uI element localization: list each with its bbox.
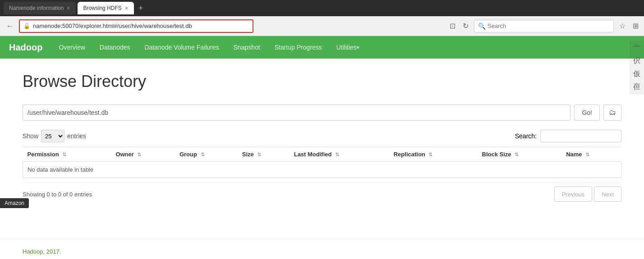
- sort-icon-block-size: ⇅: [515, 152, 519, 157]
- folder-icon: 🗂: [609, 109, 616, 117]
- nav-link-datanode-volume-failures[interactable]: Datanode Volume Failures: [138, 36, 226, 59]
- col-block-size[interactable]: Block Size ⇅: [478, 147, 562, 162]
- sort-icon-permission: ⇅: [62, 152, 66, 157]
- browser-addressbar: ← 🔓 ⊡ ↻ 🔍 ☆ ⊞: [0, 16, 644, 36]
- tab-namenode-information[interactable]: Namenode information ✕: [4, 2, 76, 14]
- next-button[interactable]: Next: [594, 186, 621, 202]
- col-replication[interactable]: Replication ⇅: [389, 147, 478, 162]
- table-controls: Show 10 25 50 100 entries Search:: [23, 130, 621, 142]
- sidebar-char-2[interactable]: 伬: [631, 55, 642, 67]
- footer-text: Hadoop, 2017.: [23, 248, 61, 255]
- col-group[interactable]: Group ⇅: [175, 147, 238, 162]
- browser-titlebar: Namenode information ✕ Browsing HDFS ✕ +: [0, 0, 644, 16]
- col-size[interactable]: Size ⇅: [238, 147, 290, 162]
- reload-button[interactable]: ↻: [461, 20, 470, 32]
- no-data-message: No data available in table: [23, 162, 621, 178]
- amazon-badge: Amazon: [0, 198, 29, 208]
- bookmark-button[interactable]: ☆: [617, 20, 627, 32]
- data-table: Permission ⇅ Owner ⇅ Group ⇅ Size ⇅ Last…: [23, 147, 621, 178]
- page-footer: Hadoop, 2017.: [0, 239, 644, 259]
- col-name[interactable]: Name ⇅: [561, 147, 621, 162]
- new-tab-button[interactable]: +: [136, 4, 146, 13]
- showing-text: Showing 0 to 0 of 0 entries: [23, 191, 92, 198]
- entries-select[interactable]: 10 25 50 100: [41, 130, 64, 142]
- go-button[interactable]: Go!: [574, 105, 600, 121]
- security-icon: 🔓: [23, 23, 30, 29]
- search-icon: 🔍: [478, 23, 486, 30]
- table-search-row: Search:: [515, 130, 621, 142]
- address-box: 🔓: [19, 19, 253, 33]
- col-owner[interactable]: Owner ⇅: [111, 147, 175, 162]
- folder-button[interactable]: 🗂: [603, 105, 621, 121]
- sidebar-char-4[interactable]: 亱: [631, 82, 642, 93]
- nav-link-startup-progress[interactable]: Startup Progress: [267, 36, 329, 59]
- no-data-row: No data available in table: [23, 162, 621, 178]
- nav-link-utilities[interactable]: Utilities: [329, 36, 367, 59]
- sidebar-char-1[interactable]: 亠: [631, 42, 642, 54]
- table-header-row: Permission ⇅ Owner ⇅ Group ⇅ Size ⇅ Last…: [23, 147, 621, 162]
- path-input[interactable]: [23, 105, 570, 121]
- tab-label: Namenode information: [9, 5, 64, 11]
- sort-icon-replication: ⇅: [428, 152, 432, 157]
- right-sidebar: 亠 伬 仮 亱: [630, 41, 644, 95]
- show-entries-control: Show 10 25 50 100 entries: [23, 130, 86, 142]
- sort-icon-size: ⇅: [257, 152, 261, 157]
- hadoop-brand-link[interactable]: Hadoop: [9, 42, 51, 53]
- sort-icon-owner: ⇅: [137, 152, 141, 157]
- tab-label: Browsing HDFS: [83, 5, 121, 11]
- show-label: Show: [23, 132, 38, 140]
- col-last-modified[interactable]: Last Modified ⇅: [290, 147, 389, 162]
- page-title: Browse Directory: [23, 72, 621, 91]
- table-search-input[interactable]: [540, 130, 621, 142]
- address-input[interactable]: [33, 23, 249, 29]
- menu-button[interactable]: ⊞: [631, 20, 640, 32]
- tab-close-icon[interactable]: ✕: [66, 5, 70, 11]
- sort-icon-group: ⇅: [201, 152, 205, 157]
- previous-button[interactable]: Previous: [554, 186, 593, 202]
- search-label: Search:: [515, 132, 537, 140]
- tab-browsing-hdfs[interactable]: Browsing HDFS ✕: [78, 2, 133, 14]
- browser-search-box[interactable]: 🔍: [474, 20, 614, 32]
- hadoop-navbar: Hadoop Overview Datanodes Datanode Volum…: [0, 36, 644, 59]
- sidebar-char-3[interactable]: 仮: [631, 68, 642, 80]
- sort-icon-name: ⇅: [585, 152, 589, 157]
- col-permission[interactable]: Permission ⇅: [23, 147, 111, 162]
- page-content: Browse Directory Go! 🗂 Show 10 25 50 100…: [0, 59, 644, 239]
- browser-search-input[interactable]: [488, 23, 610, 29]
- nav-link-datanodes[interactable]: Datanodes: [92, 36, 138, 59]
- pagination-row: Showing 0 to 0 of 0 entries Previous Nex…: [23, 182, 621, 205]
- back-button[interactable]: ←: [4, 20, 16, 32]
- nav-link-snapshot[interactable]: Snapshot: [226, 36, 267, 59]
- nav-link-overview[interactable]: Overview: [51, 36, 92, 59]
- entries-label: entries: [67, 132, 86, 140]
- reader-mode-button[interactable]: ⊡: [448, 20, 457, 32]
- sort-icon-last-modified: ⇅: [335, 152, 339, 157]
- tab-close-icon[interactable]: ✕: [124, 5, 129, 11]
- path-row: Go! 🗂: [23, 105, 621, 121]
- browser-toolbar-icons: ⊡ ↻ 🔍 ☆ ⊞: [448, 20, 640, 32]
- pagination-buttons: Previous Next: [554, 186, 621, 202]
